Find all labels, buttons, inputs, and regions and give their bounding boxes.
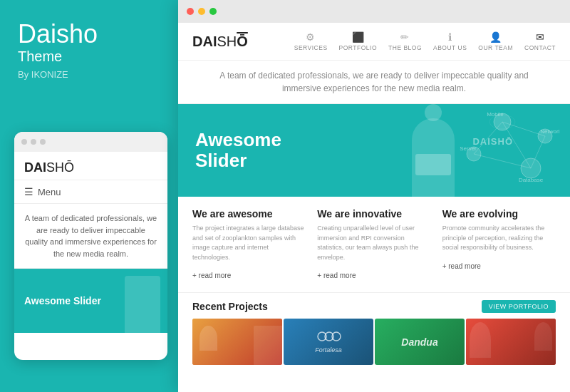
feature-title-3: We are evolving [442, 208, 556, 220]
feature-col-3: We are evolving Promote community accele… [442, 208, 556, 281]
project-2-label: Fortalesa [315, 346, 342, 354]
brand-subtitle: Theme [18, 48, 160, 65]
services-icon: ⚙ [306, 31, 316, 43]
browser-window: DAISHŌ ⚙ SERVICES ⬛ PORTFOLIO ✏ THE BLOG… [178, 0, 570, 392]
recent-projects-title: Recent Projects [192, 301, 268, 312]
nav-label-contact: CONTACT [524, 44, 556, 51]
mobile-dot-1 [21, 139, 27, 145]
network-graphic: Mobile Network Database Server [445, 108, 559, 190]
nav-item-blog[interactable]: ✏ THE BLOG [388, 31, 422, 51]
read-more-label-1: + read more [192, 272, 231, 279]
mobile-bar [14, 132, 167, 152]
mobile-hero: Awesome Slider [14, 269, 167, 333]
browser-dot-yellow[interactable] [198, 8, 205, 15]
browser-bar [178, 0, 570, 23]
hero-slider-text: Awesome Slider [195, 130, 281, 170]
feature-title-2: We are innovative [317, 208, 430, 220]
read-more-1[interactable]: + read more [192, 272, 231, 279]
site-tagline: A team of dedicated professionals, we ar… [178, 61, 570, 104]
feature-title-1: We are awesome [192, 208, 306, 220]
brand-name: Daisho [18, 19, 98, 48]
person-head [425, 104, 442, 121]
nav-item-services[interactable]: ⚙ SERVICES [294, 31, 328, 51]
nav-label-portfolio: PORTFOLIO [339, 44, 377, 51]
nav-item-team[interactable]: 👤 OUR TEAM [478, 31, 513, 51]
mobile-dot-2 [31, 139, 36, 145]
view-portfolio-button[interactable]: VIEW PORTFOLIO [482, 300, 556, 313]
blog-icon: ✏ [400, 31, 410, 43]
nav-label-blog: THE BLOG [388, 44, 422, 51]
mobile-dot-3 [40, 139, 46, 145]
project-thumb-1[interactable] [192, 319, 282, 365]
project-thumb-3[interactable]: Dandua [375, 319, 465, 365]
mobile-logo: DAISHŌ [24, 160, 157, 175]
svg-line-6 [502, 122, 531, 168]
mobile-preview: DAISHŌ ☰ Menu A team of dedicated profes… [14, 132, 167, 360]
svg-text:Database: Database [519, 177, 544, 183]
mobile-menu-bar[interactable]: ☰ Menu [14, 180, 167, 204]
contact-icon: ✉ [536, 31, 545, 43]
nav-item-portfolio[interactable]: ⬛ PORTFOLIO [339, 31, 377, 51]
hero-title-line1: Awesome [195, 130, 281, 150]
mobile-tagline: A team of dedicated professionals, we ar… [25, 214, 157, 258]
svg-text:Mobile: Mobile [487, 111, 504, 118]
svg-line-8 [474, 154, 531, 168]
nav-item-about[interactable]: ℹ ABOUT US [433, 31, 467, 51]
features-section: We are awesome The project integrates a … [178, 197, 570, 293]
portfolio-icon: ⬛ [352, 31, 365, 43]
svg-line-7 [474, 122, 502, 154]
left-panel: Daisho Theme By IKONIZE DAISHŌ ☰ Menu A … [0, 0, 178, 392]
site-logo: DAISHŌ [192, 33, 248, 50]
browser-dot-red[interactable] [187, 8, 194, 15]
read-more-label-3: + read more [442, 262, 481, 270]
mobile-logo-area: DAISHŌ [14, 152, 167, 180]
hamburger-icon: ☰ [24, 186, 33, 197]
nav-items: ⚙ SERVICES ⬛ PORTFOLIO ✏ THE BLOG ℹ ABOU… [294, 31, 556, 51]
team-icon: 👤 [489, 31, 502, 43]
browser-dot-green[interactable] [209, 8, 217, 15]
mobile-menu-label: Menu [38, 187, 61, 197]
hero-slider-title: Awesome Slider [195, 130, 281, 170]
site-nav: DAISHŌ ⚙ SERVICES ⬛ PORTFOLIO ✏ THE BLOG… [178, 23, 570, 61]
nav-label-about: ABOUT US [433, 44, 467, 51]
svg-text:Server: Server [460, 145, 477, 152]
hero-title-line2: Slider [195, 150, 281, 171]
mobile-hero-person [125, 276, 160, 333]
project-thumb-4[interactable] [466, 319, 556, 365]
read-more-3[interactable]: + read more [442, 262, 481, 270]
feature-text-2: Creating unparalleled level of user imme… [317, 224, 430, 262]
svg-line-4 [502, 122, 545, 136]
brand-title: Daisho [18, 21, 160, 47]
feature-col-1: We are awesome The project integrates a … [192, 208, 306, 281]
mobile-text-area: A team of dedicated professionals, we ar… [14, 204, 167, 269]
feature-col-2: We are innovative Creating unparalleled … [317, 208, 430, 281]
projects-grid: Fortalesa Dandua [178, 319, 570, 365]
svg-text:Network: Network [540, 128, 559, 135]
nav-item-contact[interactable]: ✉ CONTACT [524, 31, 556, 51]
mobile-hero-text: Awesome Slider [24, 295, 101, 306]
nav-label-team: OUR TEAM [478, 44, 513, 51]
project-thumb-2[interactable]: Fortalesa [284, 319, 373, 365]
feature-text-3: Promote community accelerates the princi… [442, 224, 556, 253]
brand-by: By IKONIZE [18, 69, 160, 80]
feature-text-1: The project integrates a large database … [192, 224, 306, 262]
read-more-2[interactable]: + read more [317, 272, 356, 279]
hero-slider: Awesome Slider DAISHŌ [178, 104, 570, 197]
recent-projects-header: Recent Projects VIEW PORTFOLIO [178, 293, 570, 319]
project-3-label: Dandua [401, 336, 437, 348]
read-more-label-2: + read more [317, 272, 356, 279]
down-arrow [366, 104, 383, 114]
about-icon: ℹ [448, 31, 452, 43]
nav-label-services: SERVICES [294, 44, 328, 51]
